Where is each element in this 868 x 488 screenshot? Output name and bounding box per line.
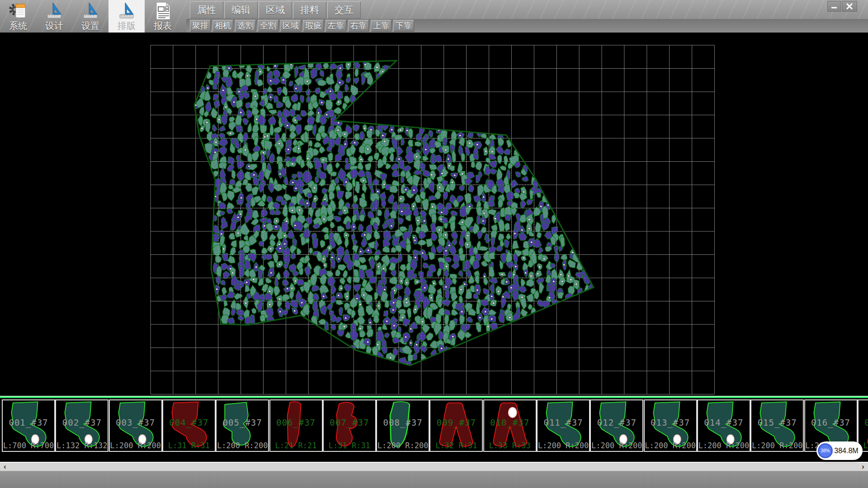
minimize-icon [830, 2, 838, 10]
piece-thumbnail[interactable]: 004_#37 L:31 R:31 [162, 399, 216, 452]
piece-name: 003_#37 [110, 418, 161, 427]
piece-name: 004_#37 [163, 418, 215, 427]
piece-name: 008_#37 [377, 418, 429, 427]
piece-name: 006_#37 [270, 418, 322, 427]
piece-thumbnail[interactable]: 013_#37 L:200 R:200 [644, 399, 697, 452]
menu-属性[interactable]: 属性 [190, 1, 223, 19]
nav-tab-label: 设计 [45, 20, 63, 31]
piece-lr-count: L:132 R:132 [56, 441, 108, 450]
status-bar [0, 471, 868, 488]
piece-thumbnail[interactable]: 014_#37 L:200 R:200 [697, 399, 750, 452]
piece-thumbnail-list: 001_#37 L:700 R:700 002_#37 L:132 R:132 … [0, 399, 868, 454]
menu-编辑[interactable]: 编辑 [224, 1, 258, 19]
piece-lr-count: L:200 R:200 [698, 441, 750, 450]
nav-tab-label: 报表 [154, 20, 172, 31]
piece-thumbnail[interactable]: 008_#37 L:200 R:200 [376, 399, 429, 452]
minimize-button[interactable] [827, 1, 841, 12]
progress-circle: 38% [818, 443, 833, 458]
piece-thumbnail[interactable]: 011_#37 L:200 R:200 [537, 399, 590, 452]
horizontal-scrollbar[interactable]: ‹ › [0, 462, 868, 471]
ribbon-相机[interactable]: 相机 [212, 20, 233, 32]
ribbon-band: 聚排相机选割全割区域瑕疵左靠右靠上靠下靠 [186, 19, 868, 33]
nav-tab-label: 系统 [9, 20, 27, 31]
piece-lr-count: L:21 R:21 [270, 441, 322, 450]
ribbon-右靠[interactable]: 右靠 [348, 20, 369, 32]
ribbon-瑕疵[interactable]: 瑕疵 [303, 20, 324, 32]
piece-thumbnail[interactable]: 010_#37 L:33 R:33 [483, 399, 537, 452]
app-window: 系统 设计 设置 排版 报表 属性编辑区域排料交互 [0, 0, 868, 488]
piece-thumbnail[interactable]: 007_#37 L:31 R:31 [323, 399, 376, 452]
menu-row: 属性编辑区域排料交互 [190, 1, 362, 19]
panel-divider [0, 397, 868, 398]
pieces-panel: 001_#37 L:700 R:700 002_#37 L:132 R:132 … [0, 396, 868, 462]
ribbon-全割[interactable]: 全割 [258, 20, 278, 32]
nav-tab-label: 设置 [81, 20, 99, 31]
ribbon-选割[interactable]: 选割 [235, 20, 256, 32]
main-nav-icon-bar: 系统 设计 设置 排版 报表 [0, 0, 181, 33]
ribbon-左靠[interactable]: 左靠 [326, 20, 346, 32]
close-icon [845, 2, 854, 10]
report-icon [153, 1, 173, 20]
piece-name: 014_#37 [698, 418, 750, 427]
piece-thumbnail[interactable]: 002_#37 L:132 R:132 [55, 399, 108, 452]
close-button[interactable] [842, 1, 857, 12]
piece-name: 013_#37 [645, 418, 696, 427]
ribbon-下靠[interactable]: 下靠 [393, 20, 414, 32]
nav-tab-排版[interactable]: 排版 [108, 0, 145, 33]
nav-tab-系统[interactable]: 系统 [0, 0, 36, 33]
piece-thumbnail[interactable]: 006_#37 L:21 R:21 [269, 399, 323, 452]
nav-tab-设计[interactable]: 设计 [36, 0, 72, 33]
piece-thumbnail[interactable]: 015_#37 L:200 R:200 [750, 399, 804, 452]
piece-name: 016_#37 [805, 418, 857, 427]
piece-name: 011_#37 [538, 418, 589, 427]
piece-name: 017_#37 [859, 418, 868, 427]
piece-name: 005_#37 [217, 418, 268, 427]
piece-thumbnail[interactable]: 003_#37 L:200 R:200 [109, 399, 162, 452]
piece-lr-count: L:33 R:33 [484, 441, 536, 450]
piece-lr-count: L:200 R:200 [751, 441, 803, 450]
scroll-right-icon[interactable]: › [859, 463, 867, 471]
system-icon [8, 1, 28, 20]
nesting-canvas[interactable] [0, 33, 868, 396]
piece-lr-count: L:200 R:200 [217, 441, 268, 450]
piece-lr-count: L:31 R:31 [163, 441, 215, 450]
piece-name: 012_#37 [591, 418, 642, 427]
piece-lr-count: L:31 R:31 [324, 441, 375, 450]
ruler-icon [117, 1, 137, 20]
ribbon-区域[interactable]: 区域 [280, 20, 301, 32]
piece-name: 010_#37 [484, 418, 536, 427]
piece-name: 007_#37 [324, 418, 375, 427]
ruler-icon [44, 1, 64, 20]
ribbon-聚排[interactable]: 聚排 [190, 20, 211, 32]
piece-lr-count: L:700 R:700 [3, 441, 54, 450]
menu-区域[interactable]: 区域 [259, 1, 292, 19]
piece-lr-count: L:32 R:31 [430, 441, 482, 450]
nav-tab-设置[interactable]: 设置 [72, 0, 108, 33]
ribbon-row: 聚排相机选割全割区域瑕疵左靠右靠上靠下靠 [190, 20, 416, 32]
piece-lr-count: L:200 R:200 [645, 441, 696, 450]
piece-lr-count: L:200 R:200 [110, 441, 161, 450]
piece-name: 001_#37 [3, 418, 54, 427]
nav-tab-报表[interactable]: 报表 [145, 0, 181, 33]
menu-排料[interactable]: 排料 [293, 1, 326, 19]
menu-交互[interactable]: 交互 [327, 1, 361, 19]
memory-usage-label: 384.8M [833, 447, 863, 455]
piece-name: 002_#37 [56, 418, 108, 427]
piece-lr-count: L:200 R:200 [538, 441, 589, 450]
ribbon-上靠[interactable]: 上靠 [371, 20, 392, 32]
piece-name: 015_#37 [751, 418, 803, 427]
nav-tab-label: 排版 [118, 20, 136, 31]
ruler-icon [80, 1, 100, 20]
status-badge: 38% 384.8M [816, 441, 863, 460]
piece-thumbnail[interactable]: 009_#37 L:32 R:31 [429, 399, 483, 452]
piece-thumbnail[interactable]: 005_#37 L:200 R:200 [216, 399, 269, 452]
piece-lr-count: L:200 R:200 [591, 441, 642, 450]
piece-thumbnail[interactable]: 001_#37 L:700 R:700 [2, 399, 55, 452]
piece-name: 009_#37 [430, 418, 482, 427]
scroll-left-icon[interactable]: ‹ [1, 463, 9, 471]
toolbar: 系统 设计 设置 排版 报表 属性编辑区域排料交互 [0, 0, 868, 33]
nest-layout-svg [0, 33, 868, 396]
piece-lr-count: L:200 R:200 [377, 441, 429, 450]
piece-thumbnail[interactable]: 012_#37 L:200 R:200 [590, 399, 643, 452]
